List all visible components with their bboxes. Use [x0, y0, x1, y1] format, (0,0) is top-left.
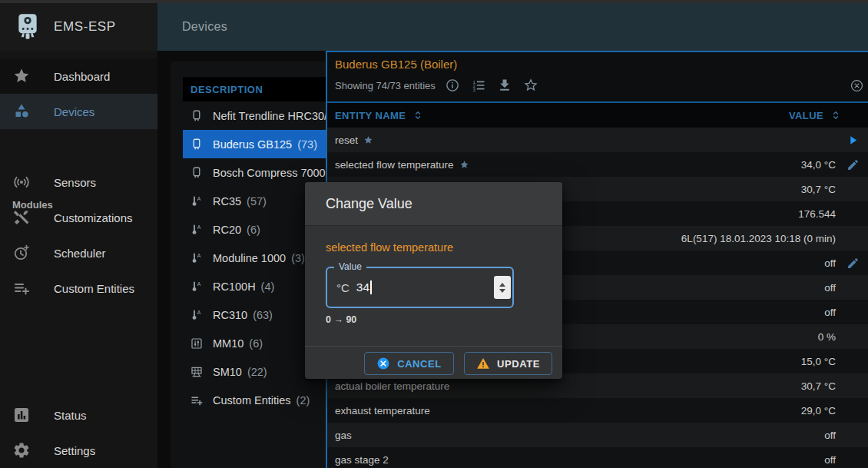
value-column-header[interactable]: VALUE	[789, 103, 842, 128]
sidebar-item-settings[interactable]: Settings	[0, 433, 157, 468]
entity-value: 6L(517) 18.01.2023 10:18 (0 min)	[681, 233, 836, 244]
favorite-star-icon	[459, 160, 469, 170]
dialog-buttons: CANCEL UPDATE	[364, 352, 552, 375]
sidebar-item-scheduler[interactable]: Scheduler	[0, 235, 157, 271]
ems-esp-app: EMS-ESP Devices Dashboard Devices Module…	[0, 0, 868, 468]
gear-icon	[12, 441, 31, 460]
device-name: Nefit Trendline HRC30/C	[213, 110, 336, 122]
boiler-icon	[190, 138, 204, 151]
entity-name: gas	[335, 430, 352, 441]
boiler-logo-icon	[12, 10, 43, 44]
edit-pencil-icon[interactable]	[846, 158, 860, 171]
table-row-gas-stage-2[interactable]: gas stage 2 off	[327, 447, 868, 468]
showing-entities-count: Showing 74/73 entities	[335, 80, 436, 91]
device-count: (3)	[291, 252, 305, 264]
entity-value: 29,0 °C	[801, 405, 836, 417]
table-row-exhaust-temperature[interactable]: exhaust temperature 29,0 °C	[327, 398, 868, 423]
selected-device-title: Buderus GB125 (Boiler)	[335, 58, 457, 71]
entity-name: actual boiler temperature	[335, 380, 449, 392]
stepper-down-icon[interactable]	[499, 289, 505, 293]
cancel-x-icon	[376, 357, 390, 370]
thermostat-icon	[190, 194, 204, 208]
star-outline-icon[interactable]	[523, 78, 538, 93]
table-row-gas[interactable]: gas off	[327, 423, 868, 447]
sidebar-item-custom-entities[interactable]: Custom Entities	[0, 271, 157, 306]
entity-value: 0 %	[818, 331, 836, 343]
sidebar-item-sensors[interactable]: Sensors	[0, 164, 157, 200]
thermostat-icon	[190, 251, 204, 265]
sidebar-item-devices[interactable]: Devices	[0, 94, 157, 129]
text-caret	[370, 280, 372, 294]
device-name: RC100H	[213, 280, 256, 293]
number-stepper[interactable]	[494, 276, 511, 299]
table-row-selected-flow-temperature[interactable]: selected flow temperature 34,0 °C	[327, 152, 868, 177]
entity-value: off	[824, 257, 836, 269]
shapes-icon	[12, 102, 31, 121]
device-name: SM10	[213, 366, 242, 378]
cancel-button[interactable]: CANCEL	[364, 352, 454, 375]
entity-value: off	[824, 307, 836, 318]
device-count: (57)	[247, 195, 267, 207]
entity-value: off	[824, 282, 836, 294]
sidebar-item-label: Custom Entities	[54, 282, 134, 295]
device-name: Buderus GB125	[213, 138, 292, 151]
dialog-header: Change Value	[305, 182, 562, 226]
value-range-hint: 0 → 90	[326, 314, 356, 325]
dialog-title: Change Value	[326, 196, 412, 212]
sensors-icon	[12, 173, 31, 191]
entity-value: off	[824, 454, 836, 466]
device-name: MM10	[213, 337, 244, 350]
clock-plus-icon	[12, 244, 31, 262]
run-command-icon[interactable]	[846, 134, 860, 147]
sidebar-item-label: Sensors	[54, 176, 96, 189]
boiler-icon	[190, 109, 204, 123]
edit-pencil-icon[interactable]	[846, 257, 860, 270]
sort-icon	[412, 109, 424, 121]
device-count: (63)	[253, 309, 273, 321]
entity-name: exhaust temperature	[335, 405, 430, 417]
bar-chart-icon	[12, 406, 31, 424]
device-count: (2)	[297, 394, 310, 407]
entity-value: 30,7 °C	[801, 184, 836, 195]
app-title: EMS-ESP	[54, 19, 116, 35]
sidebar-item-customizations[interactable]: Customizations	[0, 200, 157, 235]
tools-icon	[12, 208, 31, 227]
dialog-footer-divider	[305, 346, 562, 347]
device-count: (22)	[247, 366, 267, 378]
mixer-module-icon	[190, 337, 204, 350]
sidebar-item-label: Customizations	[54, 211, 133, 224]
device-name: Moduline 1000	[213, 252, 286, 264]
table-row-reset[interactable]: reset	[327, 128, 868, 152]
entity-name: reset	[335, 134, 358, 146]
entity-value: 30,7 °C	[801, 380, 836, 392]
device-count: (73)	[297, 138, 317, 151]
download-icon[interactable]	[497, 78, 512, 93]
update-button[interactable]: UPDATE	[464, 352, 552, 375]
thermostat-icon	[190, 223, 204, 237]
entity-name-column-header[interactable]: ENTITY NAME	[335, 103, 424, 128]
entity-table-header: ENTITY NAME VALUE	[327, 103, 868, 128]
device-name: Bosch Compress 7000i	[213, 167, 328, 179]
sidebar-item-label: Dashboard	[54, 70, 110, 83]
sidebar-item-status[interactable]: Status	[0, 397, 157, 433]
list-numbered-icon[interactable]	[471, 78, 486, 93]
change-value-dialog: Change Value selected flow temperature V…	[305, 182, 562, 379]
stepper-up-icon[interactable]	[499, 283, 505, 287]
sidebar: Dashboard Devices Modules Sensors Custom…	[0, 51, 157, 468]
thermostat-icon	[190, 308, 204, 322]
entity-value: off	[824, 430, 836, 441]
unit-adornment: °C	[336, 281, 350, 294]
entity-name: gas stage 2	[335, 454, 389, 466]
sidebar-item-dashboard[interactable]: Dashboard	[0, 58, 157, 94]
close-panel-icon[interactable]	[850, 78, 864, 93]
playlist-add-icon	[190, 393, 204, 407]
value-input-content[interactable]: °C 34	[336, 267, 372, 308]
description-column-header: DESCRIPTION	[190, 84, 263, 95]
entity-value: 15,0 °C	[801, 356, 836, 367]
info-icon[interactable]	[445, 78, 460, 93]
star-icon	[12, 67, 31, 85]
entity-value: 176.544	[798, 208, 836, 220]
device-count: (6)	[249, 337, 263, 350]
sort-icon	[830, 109, 842, 121]
device-name: RC35	[213, 195, 241, 207]
